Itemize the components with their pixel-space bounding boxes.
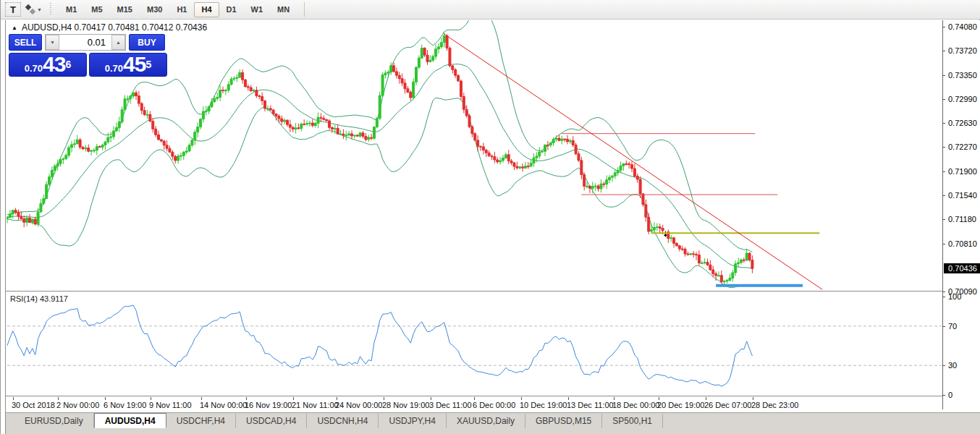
- volume-increase-button[interactable]: ▲: [111, 35, 125, 50]
- up-caret-icon: ▲: [116, 40, 121, 45]
- arrows-tool-button[interactable]: ▾: [25, 2, 41, 17]
- time-axis-tick: [384, 397, 384, 400]
- time-axis-label: 9 Nov 11:00: [149, 401, 192, 409]
- rsi-axis-tick: [942, 395, 945, 396]
- time-axis-tick: [659, 397, 659, 400]
- chart-tab-xauusd-daily[interactable]: XAUUSD,Daily: [447, 414, 525, 428]
- time-axis-tick: [13, 397, 14, 400]
- time-axis-tick: [58, 397, 59, 400]
- volume-stepper: ▼ ▲: [45, 34, 126, 51]
- timeframe-button-m5[interactable]: M5: [84, 2, 109, 17]
- price-axis-tick: [942, 195, 945, 196]
- chart-tab-eurusd-daily[interactable]: EURUSD,Daily: [14, 414, 94, 428]
- price-axis-label: 0.71540: [948, 191, 977, 200]
- rsi-axis-label: 70: [948, 322, 957, 331]
- text-tool-button[interactable]: T: [5, 2, 21, 17]
- chart-tab-usdcnh-h4[interactable]: USDCNH,H4: [307, 414, 379, 428]
- time-axis-tick: [753, 397, 753, 400]
- price-axis-label: 0.71180: [948, 215, 976, 224]
- collapse-triangle-icon[interactable]: ▲: [12, 25, 17, 31]
- rsi-axis-label: 0: [948, 391, 952, 399]
- buy-price-sup: 5: [145, 54, 151, 75]
- rsi-axis-label: 100: [948, 292, 961, 301]
- timeframe-button-h1[interactable]: H1: [169, 2, 194, 17]
- timeframe-button-h4[interactable]: H4: [194, 2, 219, 17]
- price-axis-label: 0.72630: [948, 119, 977, 127]
- panel-separator[interactable]: [6, 291, 942, 292]
- timeframe-button-m15[interactable]: M15: [110, 2, 140, 17]
- rsi-indicator-plot[interactable]: [7, 292, 942, 396]
- price-axis-label: 0.74080: [948, 22, 977, 31]
- time-axis-label: 26 Dec 07:00: [704, 401, 751, 409]
- price-axis-label: 0.72990: [948, 95, 977, 103]
- price-axis-tick: [942, 75, 945, 76]
- time-axis-tick: [201, 397, 202, 400]
- arrows-tool-icon: [25, 4, 35, 14]
- time-axis-label: 28 Nov 19:00: [382, 401, 429, 409]
- time-axis-tick: [337, 397, 337, 400]
- time-axis-label: 24 Nov 00:00: [335, 401, 382, 409]
- down-caret-icon: ▼: [50, 40, 55, 45]
- buy-button[interactable]: BUY: [129, 34, 165, 51]
- timeframe-button-w1[interactable]: W1: [244, 2, 271, 17]
- toolbar-separator: [304, 2, 305, 17]
- time-axis-tick: [105, 397, 106, 400]
- chart-tab-gbpusd-m15[interactable]: GBPUSD,M15: [525, 414, 602, 428]
- time-axis-label: 21 Nov 11:00: [292, 401, 339, 409]
- sell-price-panel[interactable]: 0.70 43 6: [9, 53, 87, 77]
- timeframe-button-mn[interactable]: MN: [270, 2, 297, 17]
- sell-price-prefix: 0.70: [25, 62, 43, 75]
- rsi-axis-tick: [942, 365, 945, 366]
- chart-ohlc-text: AUDUSD,H4 0.70417 0.70481 0.70412 0.7043…: [22, 22, 207, 33]
- chart-tab-usdjpy-h4[interactable]: USDJPY,H4: [379, 414, 446, 428]
- volume-decrease-button[interactable]: ▼: [46, 35, 59, 50]
- chart-tab-sp500-h1[interactable]: SP500,H1: [602, 414, 663, 428]
- time-axis-label: 6 Dec 00:00: [473, 401, 515, 409]
- timeframe-toolbar: M1M5M15M30H1H4D1W1MN: [59, 2, 297, 17]
- price-axis-label: 0.73350: [948, 71, 977, 80]
- time-axis-tick: [431, 397, 431, 400]
- time-axis[interactable]: 30 Oct 20182 Nov 00:006 Nov 19:009 Nov 1…: [6, 397, 942, 410]
- volume-input[interactable]: [59, 35, 111, 50]
- rsi-line: [7, 305, 752, 386]
- price-axis-tick: [942, 171, 945, 172]
- time-axis-tick: [293, 397, 294, 400]
- buy-price-panel[interactable]: 0.70 45 5: [89, 53, 167, 77]
- time-axis-label: 2 Nov 00:00: [56, 401, 99, 409]
- time-axis-tick: [706, 397, 706, 400]
- panel-separator: [6, 396, 942, 397]
- time-axis-label: 6 Nov 19:00: [104, 401, 146, 409]
- time-axis-tick: [151, 397, 151, 400]
- price-axis-tick: [942, 99, 945, 100]
- time-axis-tick: [521, 397, 522, 400]
- time-axis-label: 3 Dec 11:00: [429, 401, 472, 409]
- price-axis-label: 0.71900: [948, 167, 977, 176]
- price-axis-tick: [942, 244, 945, 244]
- price-axis-tick: [942, 123, 945, 124]
- time-axis-label: 13 Dec 11:00: [567, 401, 614, 409]
- timeframe-button-d1[interactable]: D1: [219, 2, 244, 17]
- chart-tab-usdchf-h4[interactable]: USDCHF,H4: [166, 414, 236, 428]
- sell-button[interactable]: SELL: [9, 34, 42, 51]
- price-axis-tick: [942, 292, 945, 292]
- bottom-strip: [6, 428, 980, 434]
- time-axis-label: 16 Nov 19:00: [245, 401, 292, 409]
- rsi-axis-tick: [942, 326, 945, 327]
- time-axis-label: 30 Oct 2018: [12, 401, 55, 409]
- time-axis-label: 10 Dec 19:00: [520, 401, 567, 409]
- mt4-window: T ▾ M1M5M15M30H1H4D1W1MN ▲ AUDUSD,H4 0.7…: [0, 0, 980, 434]
- rsi-axis-label: 30: [948, 361, 957, 370]
- time-axis-label: 28 Dec 23:00: [751, 401, 798, 409]
- time-axis-tick: [568, 397, 569, 400]
- price-axis-label: 0.72270: [948, 142, 977, 151]
- toolbar-drag-handle[interactable]: [50, 3, 54, 16]
- chart-tab-usdcad-h4[interactable]: USDCAD,H4: [236, 414, 307, 428]
- text-tool-icon: T: [10, 4, 16, 15]
- time-axis-label: 18 Dec 00:00: [612, 401, 659, 409]
- timeframe-button-m1[interactable]: M1: [59, 2, 84, 17]
- price-axis-tick: [942, 219, 945, 220]
- timeframe-button-m30[interactable]: M30: [140, 2, 169, 17]
- chart-tab-audusd-h4[interactable]: AUDUSD,H4: [94, 413, 166, 428]
- time-axis-label: 14 Nov 00:00: [200, 401, 247, 409]
- rsi-indicator-label: RSI(14) 43.9117: [10, 294, 68, 303]
